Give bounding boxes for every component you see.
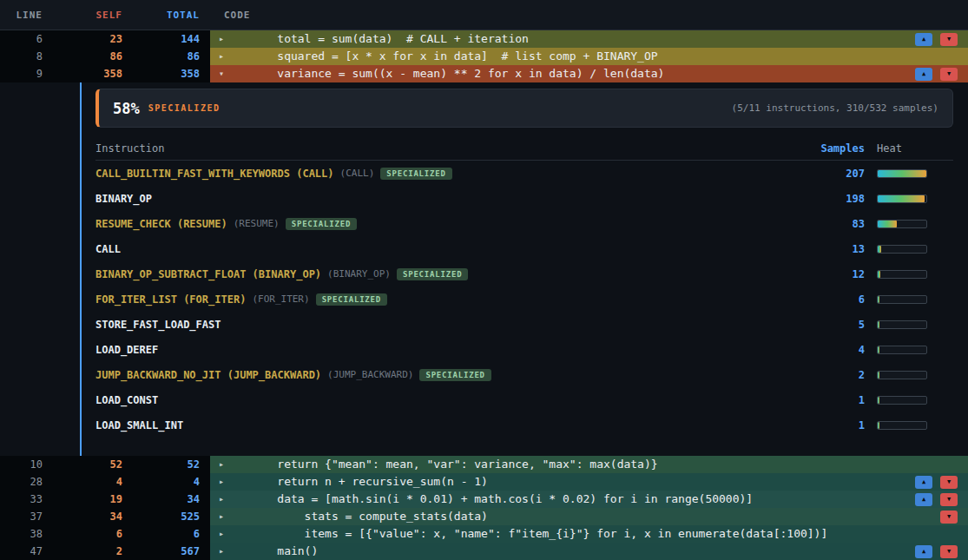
code-line-row: 2844▸ return n + recursive_sum(n - 1)▲▼ bbox=[0, 473, 968, 491]
jump-up-button[interactable]: ▲ bbox=[915, 545, 932, 558]
total-samples: 144 bbox=[122, 30, 200, 48]
heat-bar bbox=[877, 169, 927, 178]
down-arrow-icon: ▼ bbox=[947, 514, 951, 520]
self-samples: 358 bbox=[48, 65, 122, 82]
code-cell[interactable]: ▸ total = sum(data) # CALL + iteration▲▼ bbox=[210, 30, 968, 48]
code-cell[interactable]: ▸ items = [{"value": x, "name": f"item_{… bbox=[210, 525, 968, 543]
jump-down-button[interactable]: ▼ bbox=[940, 476, 958, 489]
expand-icon[interactable]: ▸ bbox=[219, 508, 231, 525]
jump-up-button[interactable]: ▲ bbox=[915, 68, 932, 81]
heat-bar-fill bbox=[878, 397, 879, 404]
nav-buttons: ▲▼ bbox=[915, 68, 958, 81]
specialized-badge: SPECIALIZED bbox=[380, 168, 451, 180]
up-arrow-icon: ▲ bbox=[922, 36, 925, 43]
line-number: 37 bbox=[0, 508, 48, 525]
samples-value: 5 bbox=[795, 319, 865, 331]
instruction-name: LOAD_CONST bbox=[95, 394, 158, 406]
instruction-name: CALL bbox=[95, 243, 121, 255]
heat-bar bbox=[877, 220, 927, 228]
heat-bar-fill bbox=[878, 321, 879, 328]
samples-value: 12 bbox=[795, 268, 865, 280]
self-samples: 52 bbox=[48, 456, 122, 473]
jump-down-button[interactable]: ▼ bbox=[940, 511, 958, 524]
nav-buttons: ▲▼ bbox=[915, 33, 958, 46]
total-samples: 4 bbox=[122, 473, 200, 491]
expand-icon[interactable]: ▸ bbox=[219, 30, 231, 48]
line-number: 8 bbox=[0, 48, 48, 65]
column-header-self: SELF bbox=[48, 10, 122, 21]
instruction-row: CALL13 bbox=[95, 236, 953, 261]
instruction-name: LOAD_SMALL_INT bbox=[95, 419, 183, 432]
code-text: squared = [x * x for x in data] # list c… bbox=[250, 48, 658, 65]
collapse-icon[interactable]: ▾ bbox=[219, 65, 231, 82]
base-instruction: (RESUME) bbox=[234, 218, 280, 229]
jump-up-button[interactable]: ▲ bbox=[915, 493, 932, 506]
samples-value: 207 bbox=[795, 168, 865, 180]
code-cell[interactable]: ▸ return {"mean": mean, "var": variance,… bbox=[210, 456, 968, 473]
total-samples: 52 bbox=[122, 456, 200, 473]
heat-bar-fill bbox=[878, 422, 879, 429]
code-line-row: 105252▸ return {"mean": mean, "var": var… bbox=[0, 456, 968, 473]
expand-icon[interactable]: ▸ bbox=[219, 525, 231, 543]
code-cell[interactable]: ▸ squared = [x * x for x in data] # list… bbox=[210, 48, 968, 65]
instruction-name-cell: BINARY_OP bbox=[95, 193, 795, 205]
column-header-line: LINE bbox=[0, 10, 48, 21]
up-arrow-icon: ▲ bbox=[922, 549, 925, 555]
line-number: 33 bbox=[0, 491, 48, 508]
heat-bar-fill bbox=[878, 372, 879, 379]
instruction-name: CALL_BUILTIN_FAST_WITH_KEYWORDS (CALL) bbox=[95, 168, 334, 180]
code-line-row: 472567▸ main()▲▼ bbox=[0, 543, 968, 560]
code-text: variance = sum((x - mean) ** 2 for x in … bbox=[250, 65, 664, 82]
code-line-row: 3734525▸ stats = compute_stats(data)▼ bbox=[0, 508, 968, 525]
down-arrow-icon: ▼ bbox=[947, 71, 951, 77]
expand-icon[interactable]: ▸ bbox=[219, 543, 231, 560]
instruction-row: LOAD_CONST1 bbox=[95, 387, 953, 412]
code-cell[interactable]: ▸ return n + recursive_sum(n - 1)▲▼ bbox=[210, 473, 968, 491]
instruction-row: BINARY_OP198 bbox=[95, 186, 953, 211]
code-cell[interactable]: ▸ data = [math.sin(i * 0.01) + math.cos(… bbox=[210, 491, 968, 508]
line-number: 47 bbox=[0, 543, 48, 560]
code-cell[interactable]: ▸ stats = compute_stats(data)▼ bbox=[210, 508, 968, 525]
jump-down-button[interactable]: ▼ bbox=[940, 545, 958, 558]
base-instruction: (JUMP_BACKWARD) bbox=[327, 369, 413, 380]
jump-down-button[interactable]: ▼ bbox=[940, 33, 958, 46]
column-header-samples: Samples bbox=[795, 142, 865, 155]
column-header-bar: LINE SELF TOTAL CODE bbox=[0, 0, 968, 30]
samples-value: 4 bbox=[795, 344, 865, 356]
total-samples: 567 bbox=[122, 543, 200, 560]
code-line-row: 623144▸ total = sum(data) # CALL + itera… bbox=[0, 30, 968, 48]
total-samples: 525 bbox=[122, 508, 200, 525]
line-number: 9 bbox=[0, 65, 48, 82]
code-cell[interactable]: ▸ main()▲▼ bbox=[210, 543, 968, 560]
expand-icon[interactable]: ▸ bbox=[219, 456, 231, 473]
column-header-heat: Heat bbox=[877, 142, 927, 155]
heat-bar bbox=[877, 270, 927, 279]
code-cell[interactable]: ▾ variance = sum((x - mean) ** 2 for x i… bbox=[210, 65, 968, 82]
heat-bar bbox=[877, 421, 927, 430]
jump-up-button[interactable]: ▲ bbox=[915, 33, 932, 46]
jump-up-button[interactable]: ▲ bbox=[915, 476, 932, 489]
expand-icon[interactable]: ▸ bbox=[219, 473, 231, 491]
instruction-row: CALL_BUILTIN_FAST_WITH_KEYWORDS (CALL)(C… bbox=[95, 161, 953, 186]
samples-value: 1 bbox=[795, 419, 865, 432]
code-text: return n + recursive_sum(n - 1) bbox=[250, 473, 488, 491]
instruction-row: BINARY_OP_SUBTRACT_FLOAT (BINARY_OP)(BIN… bbox=[95, 261, 953, 287]
heat-bar-fill bbox=[878, 221, 897, 227]
expand-icon[interactable]: ▸ bbox=[219, 48, 231, 65]
heat-bar-fill bbox=[878, 195, 925, 202]
instruction-name: FOR_ITER_LIST (FOR_ITER) bbox=[95, 293, 246, 306]
self-samples: 6 bbox=[48, 525, 122, 543]
jump-down-button[interactable]: ▼ bbox=[940, 493, 958, 506]
samples-value: 13 bbox=[795, 243, 865, 255]
specialization-panel: 58% SPECIALIZED (5/11 instructions, 310/… bbox=[0, 82, 968, 456]
instruction-name-cell: CALL_BUILTIN_FAST_WITH_KEYWORDS (CALL)(C… bbox=[95, 168, 795, 180]
self-samples: 19 bbox=[48, 491, 122, 508]
instruction-name-cell: FOR_ITER_LIST (FOR_ITER)(FOR_ITER)SPECIA… bbox=[95, 293, 795, 306]
expand-icon[interactable]: ▸ bbox=[219, 491, 231, 508]
heat-bar bbox=[877, 194, 927, 203]
jump-down-button[interactable]: ▼ bbox=[940, 68, 958, 81]
instruction-name-cell: BINARY_OP_SUBTRACT_FLOAT (BINARY_OP)(BIN… bbox=[95, 268, 795, 280]
heat-bar bbox=[877, 295, 927, 304]
instruction-name-cell: LOAD_SMALL_INT bbox=[95, 419, 795, 432]
instruction-row: LOAD_SMALL_INT1 bbox=[95, 412, 953, 438]
